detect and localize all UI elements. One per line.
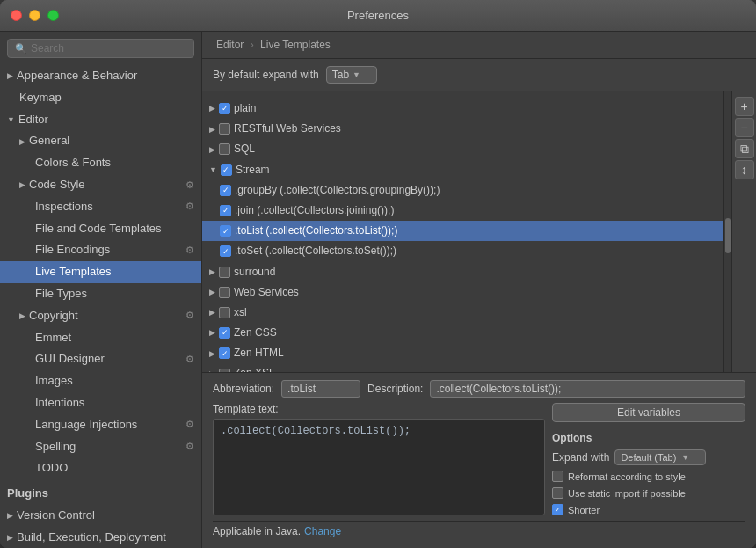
triangle-icon: ▶ xyxy=(19,179,25,191)
triangle-icon: ▶ xyxy=(209,102,215,114)
tree-item-label: SQL xyxy=(234,141,255,157)
checkbox-surround[interactable] xyxy=(219,267,230,278)
tree-item-join[interactable]: .join (.collect(Collectors.joining());) xyxy=(202,201,723,221)
static-import-checkbox[interactable] xyxy=(552,487,563,499)
checkbox-groupby[interactable] xyxy=(220,185,231,196)
checkbox-stream[interactable] xyxy=(221,164,232,176)
sidebar-item-label: Inspections xyxy=(35,198,93,216)
tree-item-sql[interactable]: ▶ SQL xyxy=(202,139,723,159)
checkbox-tolist[interactable] xyxy=(220,225,231,237)
search-box[interactable]: 🔍 xyxy=(7,39,194,58)
add-template-button[interactable]: + xyxy=(735,97,754,116)
tree-item-web-services[interactable]: ▶ Web Services xyxy=(202,282,723,303)
sidebar-section-plugins[interactable]: Plugins xyxy=(0,483,201,505)
sidebar-item-appearance[interactable]: ▶ Appearance & Behavior xyxy=(0,65,201,87)
template-text-area: Template text: .collect(Collectors.toLis… xyxy=(213,403,545,515)
expand-with-dropdown[interactable]: Tab ▼ xyxy=(326,66,377,84)
sidebar-item-keymap[interactable]: Keymap xyxy=(0,87,201,109)
checkbox-zen-xsl[interactable] xyxy=(219,369,230,372)
applicable-row: Applicable in Java. Change xyxy=(213,521,745,541)
triangle-icon: ▶ xyxy=(209,286,215,298)
sidebar-item-label: Plugins xyxy=(7,485,48,503)
triangle-icon: ▶ xyxy=(209,143,215,156)
triangle-icon: ▶ xyxy=(7,509,13,522)
sidebar-item-build-execution[interactable]: ▶ Build, Execution, Deployment xyxy=(0,527,201,548)
reformat-checkbox[interactable] xyxy=(552,471,563,482)
checkbox-zen-css[interactable] xyxy=(219,327,230,339)
tree-item-surround[interactable]: ▶ surround xyxy=(202,262,723,282)
sidebar-item-file-types[interactable]: File Types xyxy=(0,283,201,305)
tree-item-restful[interactable]: ▶ RESTful Web Services xyxy=(202,119,723,139)
tree-item-plain[interactable]: ▶ plain xyxy=(202,99,723,119)
checkbox-restful[interactable] xyxy=(219,123,230,135)
checkbox-join[interactable] xyxy=(220,205,231,216)
tree-item-xsl[interactable]: ▶ xsl xyxy=(202,303,723,323)
sidebar-item-label: Live Templates xyxy=(35,263,111,281)
maximize-button[interactable] xyxy=(47,10,59,21)
move-template-button[interactable]: ↕ xyxy=(735,160,754,179)
sidebar-item-version-control[interactable]: ▶ Version Control xyxy=(0,505,201,527)
template-code-value: .collect(Collectors.toList()); xyxy=(221,425,411,437)
checkbox-zen-html[interactable] xyxy=(219,347,230,359)
tree-item-label: .toSet (.collect(Collectors.toSet());) xyxy=(235,243,396,259)
edit-variables-button[interactable]: Edit variables xyxy=(552,403,745,422)
sidebar-item-general[interactable]: ▶ General xyxy=(0,130,201,152)
sidebar-item-images[interactable]: Images xyxy=(0,370,201,392)
static-import-row: Use static import if possible xyxy=(552,487,745,499)
sidebar-item-file-code-templates[interactable]: File and Code Templates xyxy=(0,218,201,240)
remove-template-button[interactable]: − xyxy=(735,118,754,137)
change-link[interactable]: Change xyxy=(304,525,341,537)
tree-item-zen-xsl[interactable]: ▶ Zen XSL xyxy=(202,363,723,372)
template-code-editor[interactable]: .collect(Collectors.toList()); xyxy=(213,419,545,515)
checkbox-web-services[interactable] xyxy=(219,287,230,298)
scrollbar-track[interactable] xyxy=(724,91,731,372)
abbreviation-input[interactable] xyxy=(281,380,360,398)
minimize-button[interactable] xyxy=(29,10,40,21)
triangle-icon: ▶ xyxy=(209,266,215,278)
sidebar-item-intentions[interactable]: Intentions xyxy=(0,392,201,414)
close-button[interactable] xyxy=(11,10,22,21)
tree-item-stream[interactable]: ▼ Stream xyxy=(202,160,723,180)
search-input[interactable] xyxy=(31,42,186,55)
triangle-icon: ▶ xyxy=(209,123,215,135)
sidebar-item-file-encodings[interactable]: File Encodings ⚙ xyxy=(0,239,201,261)
sidebar-item-inspections[interactable]: Inspections ⚙ xyxy=(0,196,201,218)
breadcrumb-live-templates: Live Templates xyxy=(260,39,331,51)
scrollbar-thumb[interactable] xyxy=(725,218,731,253)
shorter-checkbox[interactable] xyxy=(552,504,563,515)
abbr-desc-row: Abbreviation: Description: xyxy=(213,380,745,398)
sidebar-item-code-style[interactable]: ▶ Code Style ⚙ xyxy=(0,174,201,196)
tree-item-zen-html[interactable]: ▶ Zen HTML xyxy=(202,343,723,363)
checkbox-plain[interactable] xyxy=(219,103,230,114)
sidebar-item-label: Emmet xyxy=(35,329,71,347)
sidebar-item-colors-fonts[interactable]: Colors & Fonts xyxy=(0,152,201,174)
tree-item-groupby[interactable]: .groupBy (.collect(Collectors.groupingBy… xyxy=(202,180,723,201)
sidebar-item-gui-designer[interactable]: GUI Designer ⚙ xyxy=(0,348,201,370)
templates-area: ▶ plain ▶ RESTful Web Services ▶ xyxy=(202,91,756,372)
expand-with-value-dropdown[interactable]: Default (Tab) ▼ xyxy=(614,449,706,465)
sidebar-item-label: General xyxy=(29,132,69,150)
expand-with-label: By default expand with xyxy=(213,69,319,81)
checkbox-xsl[interactable] xyxy=(219,307,230,318)
reformat-row: Reformat according to style xyxy=(552,471,745,482)
applicable-label: Applicable in Java. xyxy=(213,525,301,537)
sidebar-item-todo[interactable]: TODO xyxy=(0,457,201,479)
description-input[interactable] xyxy=(430,380,745,398)
sidebar-item-live-templates[interactable]: Live Templates xyxy=(0,261,201,283)
tree-item-toset[interactable]: .toSet (.collect(Collectors.toSet());) xyxy=(202,241,723,261)
copy-template-button[interactable]: ⧉ xyxy=(735,139,754,158)
sidebar-item-editor[interactable]: ▼ Editor xyxy=(0,109,201,131)
tree-item-label: Web Services xyxy=(234,284,299,301)
triangle-icon: ▶ xyxy=(209,326,215,339)
preferences-window: Preferences 🔍 ▶ Appearance & Behavior Ke… xyxy=(0,0,756,548)
breadcrumb-separator: › xyxy=(251,39,254,51)
content-area: 🔍 ▶ Appearance & Behavior Keymap ▼ Edito… xyxy=(0,32,756,548)
tree-item-zen-css[interactable]: ▶ Zen CSS xyxy=(202,323,723,343)
checkbox-sql[interactable] xyxy=(219,143,230,155)
sidebar-item-emmet[interactable]: Emmet xyxy=(0,327,201,349)
sidebar-item-spelling[interactable]: Spelling ⚙ xyxy=(0,436,201,458)
sidebar-item-language-injections[interactable]: Language Injections ⚙ xyxy=(0,414,201,436)
sidebar-item-copyright[interactable]: ▶ Copyright ⚙ xyxy=(0,305,201,327)
tree-item-tolist[interactable]: .toList (.collect(Collectors.toList());) xyxy=(202,221,723,241)
checkbox-toset[interactable] xyxy=(220,245,231,257)
